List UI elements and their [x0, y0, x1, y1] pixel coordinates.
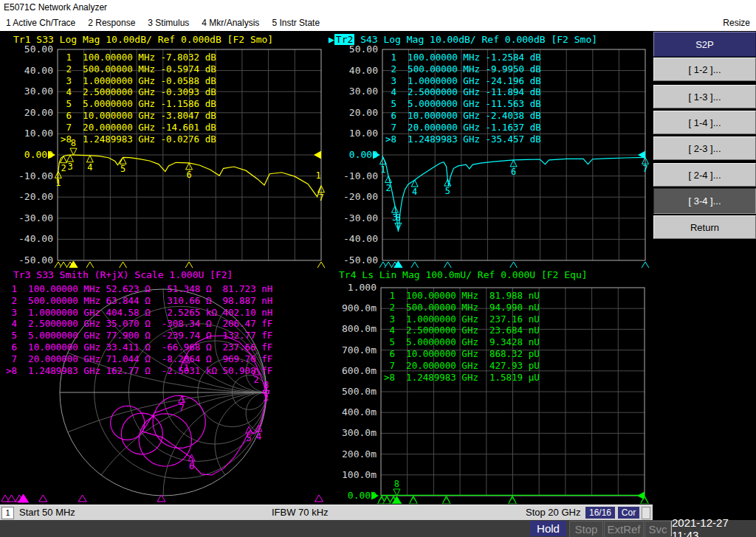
y-axis-label: 1.000 [327, 282, 377, 293]
y-axis-label: -10.00 [327, 170, 378, 181]
stimulus-marker [444, 262, 452, 268]
trace-format: Tr4 Ls Lin Mag 100.0mU/ Ref 0.000U [F2 E… [339, 269, 588, 280]
marker-row: 5 5.0000000 GHz 77.900 Ω -239.74 Ω 132.7… [6, 330, 272, 342]
marker-table-tr2: 1 100.00000 MHz -1.2584 dB 2 500.00000 M… [385, 52, 541, 145]
marker-4 [411, 180, 418, 187]
svg-text:7: 7 [642, 164, 647, 174]
softkey-1-3[interactable]: [ 1-3 ]... [653, 85, 756, 108]
y-axis-label: -30.00 [1, 212, 53, 224]
svg-text:1: 1 [315, 170, 320, 181]
svc-indicator: Svc [645, 521, 671, 537]
marker-table-tr3: 1 100.00000 MHz 52.623 Ω 51.348 Ω 81.723… [6, 283, 272, 376]
softkey-header-s2p: S2P [653, 32, 756, 57]
ifbw-value[interactable]: IFBW 70 kHz [272, 507, 329, 518]
stimulus-marker [509, 497, 517, 504]
y-axis-label: 10.00 [327, 128, 378, 139]
marker-row: 1 100.00000 MHz -1.2584 dB [385, 52, 541, 63]
marker-row: 5 5.0000000 GHz 9.3428 nU [384, 336, 540, 348]
y-axis-label: 400.0m [327, 406, 377, 418]
window-title: E5071C Network Analyzer [4, 2, 107, 13]
marker-table-tr4: 1 100.00000 MHz 81.988 nU 2 500.00000 MH… [384, 290, 540, 383]
extref-indicator: ExtRef [604, 521, 644, 537]
marker-row: >8 1.2489983 GHz 1.5819 μU [384, 372, 540, 384]
softkey-3-4[interactable]: [ 3-4 ]... [653, 188, 756, 214]
marker-row: 1 100.00000 MHz 81.988 nU [384, 290, 540, 302]
start-frequency[interactable]: Start 50 MHz [19, 507, 75, 518]
stimulus-marker [317, 262, 326, 268]
y-axis-label: 50.00 [1, 44, 53, 55]
y-axis-label: -30.00 [327, 212, 378, 224]
stimulus-marker [442, 497, 450, 504]
y-axis-label: -50.00 [1, 254, 53, 266]
marker-2 [61, 156, 67, 163]
menu-instr-state[interactable]: 5 Instr State [272, 18, 320, 28]
stop-frequency[interactable]: Stop 20 GHz [526, 507, 580, 518]
stimulus-marker [642, 262, 650, 268]
marker-row: 6 10.000000 GHz -3.8047 dB [61, 110, 216, 122]
y-axis-label: 0.000 [1, 149, 53, 160]
y-axis-label: 500.0m [327, 386, 377, 397]
softkey-2-3[interactable]: [ 2-3 ]... [653, 136, 756, 160]
marker-row: >8 1.2489983 GHz 162.77 Ω -2.5031 kΩ 50.… [6, 365, 272, 377]
marker-row: 3 1.0000000 GHz -0.0588 dB [61, 75, 216, 87]
y-axis-label: -10.00 [1, 170, 53, 181]
svg-text:5: 5 [445, 186, 450, 196]
active-trace-arrow-icon: ▶ [329, 34, 334, 45]
marker-row: 7 20.000000 GHz 71.044 Ω -8.2064 Ω 969.7… [6, 353, 272, 365]
trace-title-tr4[interactable]: Tr4 Ls Lin Mag 100.0mU/ Ref 0.000U [F2 E… [339, 269, 588, 280]
marker-row: 2 500.00000 MHz 63.844 Ω 310.66 Ω 98.887… [6, 295, 272, 307]
marker-row: 4 2.5000000 GHz 35.070 Ω -308.34 Ω 206.4… [6, 318, 272, 330]
menu-response[interactable]: 2 Response [88, 18, 135, 28]
marker-row: 6 10.000000 GHz 33.411 Ω -66.968 Ω 237.6… [6, 342, 272, 353]
softkey-1-4[interactable]: [ 1-4 ]... [653, 111, 756, 134]
marker-row: 6 10.000000 GHz -2.4038 dB [385, 110, 541, 122]
y-axis-label: -20.00 [327, 191, 378, 202]
y-axis-label: 0.000 [327, 149, 378, 160]
y-axis-label: 20.00 [1, 107, 53, 118]
marker-row: 4 2.5000000 GHz 23.684 nU [384, 325, 540, 336]
stop-indicator: Stop [569, 521, 603, 537]
svg-text:3: 3 [67, 162, 72, 172]
stimulus-marker [315, 495, 323, 502]
instrument-screen: E5071C Network Analyzer 1 Active Ch/Trac… [0, 0, 756, 537]
softkey-return[interactable]: Return [653, 215, 756, 239]
menu-resize[interactable]: Resize [723, 18, 750, 28]
y-axis-label: 0.000 [327, 490, 377, 501]
stimulus-marker [7, 495, 16, 502]
trace-title-tr2[interactable]: ▶Tr2 S43 Log Mag 10.00dB/ Ref 0.000dB [F… [329, 34, 597, 45]
svg-text:6: 6 [511, 167, 516, 177]
marker-row: >8 1.2489983 GHz -35.457 dB [385, 134, 541, 145]
softkey-1-2[interactable]: [ 1-2 ]... [653, 58, 756, 81]
y-axis-label: 30.00 [327, 86, 378, 97]
softkey-2-4[interactable]: [ 2-4 ]... [653, 163, 756, 187]
marker-3 [67, 155, 74, 162]
svg-text:7: 7 [318, 193, 323, 203]
correction-badge: Cor [618, 507, 639, 519]
instrument-status-bar: Hold Stop ExtRef Svc 2021-12-27 11:43 [0, 520, 756, 537]
trace-title-tr1[interactable]: Tr1 S33 Log Mag 10.00dB/ Ref 0.000dB [F2… [13, 34, 273, 45]
y-axis-label: 600.0m [327, 365, 377, 376]
panel-tr3: Tr3 S33 Smith (R+jX) Scale 1.000U [F2]12… [1, 268, 327, 504]
svg-text:4: 4 [412, 187, 417, 197]
svg-text:8: 8 [264, 380, 269, 390]
marker-row: 1 100.00000 MHz -7.8032 dB [61, 52, 216, 63]
stimulus-marker [409, 497, 417, 504]
menu-active-ch-trace[interactable]: 1 Active Ch/Trace [6, 18, 75, 28]
y-axis-label: 700.0m [327, 344, 377, 356]
menu-mkr-analysis[interactable]: 4 Mkr/Analysis [202, 18, 259, 28]
panel-tr4: Tr4 Ls Lin Mag 100.0mU/ Ref 0.000U [F2 E… [327, 268, 652, 504]
trace-title-tr3[interactable]: Tr3 S33 Smith (R+jX) Scale 1.000U [F2] [13, 269, 233, 280]
stimulus-marker [385, 262, 393, 268]
trace-format: S43 Log Mag 10.00dB/ Ref 0.000dB [F2 Smo… [354, 34, 597, 45]
svg-text:7: 7 [179, 403, 185, 413]
marker-row: 3 1.0000000 GHz -24.196 dB [385, 75, 541, 87]
stimulus-marker [509, 262, 518, 268]
status-empty-box [642, 507, 650, 519]
trace-format: Tr1 S33 Log Mag 10.00dB/ Ref 0.000dB [F2… [13, 34, 273, 45]
softkey-sidebar: S2P [ 1-2 ]... [ 1-3 ]... [ 1-4 ]... [ 2… [653, 31, 756, 505]
svg-text:5: 5 [120, 164, 126, 174]
menu-stimulus[interactable]: 3 Stimulus [148, 18, 189, 28]
ref-level-marker-right [314, 151, 321, 159]
y-axis-label: -40.00 [327, 233, 378, 244]
marker-row: 2 500.00000 MHz -0.5974 dB [61, 63, 216, 75]
